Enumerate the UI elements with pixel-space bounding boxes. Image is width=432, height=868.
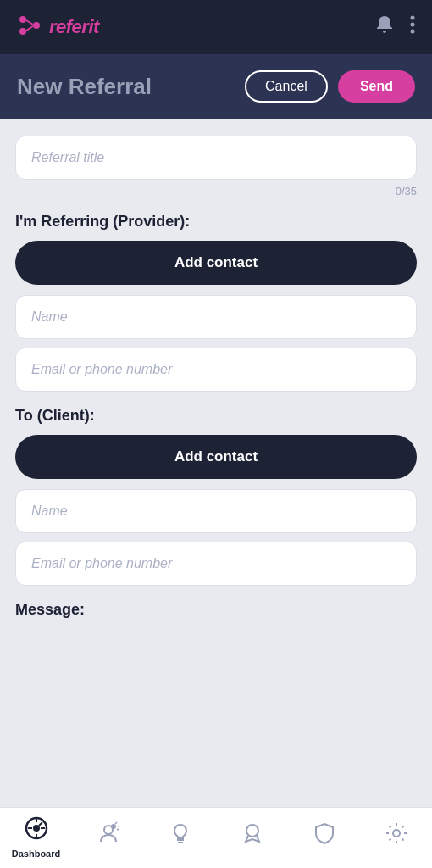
svg-point-20 bbox=[393, 830, 400, 837]
logo: referit bbox=[17, 13, 99, 42]
message-section-label: Message: bbox=[15, 601, 417, 619]
provider-input-group bbox=[15, 295, 417, 392]
settings-icon bbox=[385, 821, 408, 850]
dashboard-icon bbox=[25, 816, 48, 845]
bell-icon[interactable] bbox=[374, 14, 395, 40]
char-count: 0/35 bbox=[15, 185, 417, 198]
svg-point-9 bbox=[33, 825, 40, 832]
svg-point-16 bbox=[111, 824, 116, 829]
referral-title-input[interactable] bbox=[15, 136, 417, 180]
svg-point-2 bbox=[19, 28, 26, 35]
nav-item-settings[interactable] bbox=[371, 821, 422, 854]
svg-point-6 bbox=[411, 23, 415, 27]
nav-item-shield[interactable] bbox=[299, 821, 350, 854]
nav-icons bbox=[374, 14, 415, 40]
svg-line-4 bbox=[26, 26, 33, 31]
nav-item-ideas[interactable] bbox=[155, 821, 206, 854]
ideas-icon bbox=[169, 821, 192, 850]
svg-line-3 bbox=[26, 20, 33, 25]
logo-icon bbox=[17, 13, 42, 42]
provider-contact-input[interactable] bbox=[15, 348, 417, 392]
nav-item-awards[interactable] bbox=[227, 821, 278, 854]
client-input-group bbox=[15, 489, 417, 586]
svg-point-1 bbox=[33, 22, 40, 29]
awards-icon bbox=[241, 821, 264, 850]
bottom-navigation: Dashboard bbox=[0, 807, 432, 868]
header-actions: Cancel Send bbox=[245, 70, 415, 103]
svg-point-7 bbox=[411, 30, 415, 34]
nav-item-profile[interactable] bbox=[83, 821, 134, 854]
client-contact-input[interactable] bbox=[15, 542, 417, 586]
client-section-label: To (Client): bbox=[15, 407, 417, 425]
provider-name-input[interactable] bbox=[15, 295, 417, 339]
send-button[interactable]: Send bbox=[338, 70, 415, 103]
logo-text: referit bbox=[49, 16, 99, 38]
provider-section-label: I'm Referring (Provider): bbox=[15, 213, 417, 231]
dashboard-label: Dashboard bbox=[12, 849, 60, 859]
nav-item-dashboard[interactable]: Dashboard bbox=[11, 816, 62, 859]
main-content: 0/35 I'm Referring (Provider): Add conta… bbox=[0, 119, 432, 807]
top-navigation: referit bbox=[0, 0, 432, 54]
client-add-contact-button[interactable]: Add contact bbox=[15, 435, 417, 479]
provider-add-contact-button[interactable]: Add contact bbox=[15, 241, 417, 285]
svg-point-0 bbox=[19, 16, 26, 23]
svg-line-14 bbox=[39, 822, 42, 826]
svg-point-19 bbox=[246, 825, 258, 837]
profile-icon bbox=[97, 821, 120, 850]
page-title: New Referral bbox=[17, 74, 152, 100]
client-name-input[interactable] bbox=[15, 489, 417, 533]
shield-icon bbox=[313, 821, 336, 850]
page-header: New Referral Cancel Send bbox=[0, 54, 432, 119]
more-options-icon[interactable] bbox=[410, 14, 415, 40]
svg-point-5 bbox=[411, 16, 415, 20]
cancel-button[interactable]: Cancel bbox=[245, 70, 328, 103]
